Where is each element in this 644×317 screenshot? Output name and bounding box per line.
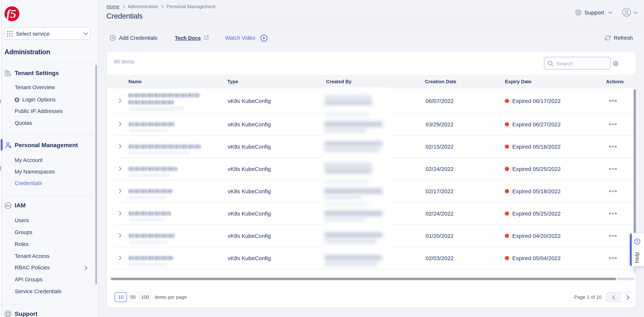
svg-text:f5: f5	[6, 7, 16, 20]
svg-text:?: ?	[636, 239, 638, 243]
